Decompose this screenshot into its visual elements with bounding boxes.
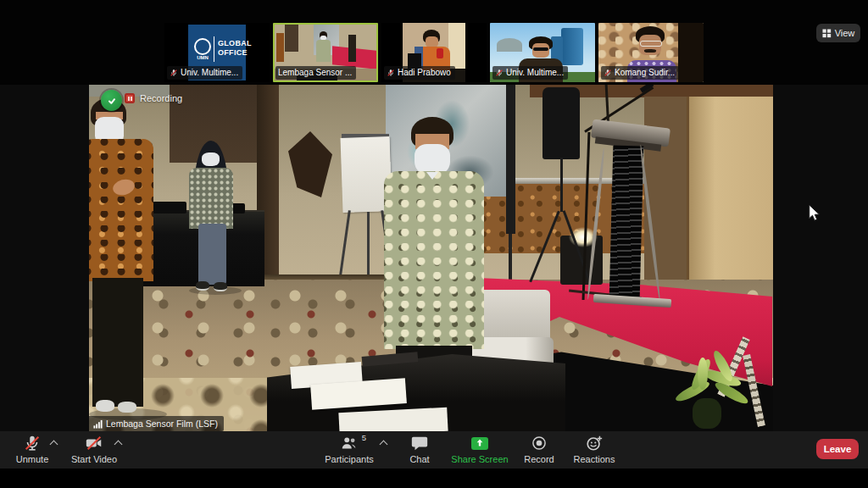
record-icon [531, 434, 548, 452]
participant-tile-lembaga-sensor[interactable]: Lembaga Sensor ... [273, 23, 378, 82]
left-man-shoe-right [118, 402, 136, 413]
encryption-shield-icon[interactable] [101, 90, 122, 111]
umn-logo-divider [214, 36, 214, 62]
muted-mic-icon [170, 69, 178, 77]
woman-shoe-left [196, 281, 209, 291]
participants-label: Participants [325, 454, 373, 464]
chat-icon [410, 434, 429, 452]
participant-name: Univ. Multime... [181, 67, 238, 79]
participant-tile-komang[interactable]: Komang Sudir... [598, 23, 704, 82]
bottom-letterbox [0, 469, 868, 488]
participant-name-tag: Univ. Multime... [492, 66, 568, 80]
thumb-umn2-dome [497, 38, 522, 52]
plant [669, 354, 750, 432]
chat-button[interactable]: Chat [398, 434, 441, 464]
umn-logo-line1: GLOBAL [218, 39, 252, 47]
screen-pole [509, 234, 512, 281]
muted-mic-icon [495, 69, 504, 77]
side-table-bag [153, 202, 186, 214]
record-button[interactable]: Record [515, 434, 563, 464]
screen-frame [506, 85, 515, 234]
recording-icon [125, 93, 135, 103]
unmute-label: Unmute [16, 454, 49, 464]
participant-name-tag: Univ. Multime... [167, 66, 242, 80]
umn-logo-line2: OFFICE [218, 48, 248, 57]
share-screen-button[interactable]: Share Screen [451, 434, 509, 464]
participants-count: 5 [362, 433, 366, 443]
participant-tile-umn-office[interactable]: UMN GLOBAL OFFICE Univ. Multime... [164, 23, 270, 82]
start-video-label: Start Video [71, 454, 117, 464]
umn-org-text: UMN [194, 55, 211, 60]
participant-tile-hadi-prabowo[interactable]: Hadi Prabowo [381, 23, 487, 82]
left-man-batik-shirt [89, 139, 153, 281]
thumb-umn2-glasses [533, 47, 548, 51]
right-wall-wood [644, 97, 690, 285]
thumb-komang-mustache [644, 49, 656, 53]
chat-label: Chat [409, 454, 429, 464]
participant-name-tag: Hadi Prabowo [384, 66, 455, 80]
muted-mic-icon [604, 69, 612, 77]
participant-name-tag: Komang Sudir... [601, 66, 679, 80]
participants-button[interactable]: 5 Participants [320, 434, 378, 464]
woman-mask [202, 152, 220, 166]
main-video[interactable]: Recording Lembaga Sensor Film (LSF) [89, 85, 773, 432]
muted-mic-icon [23, 434, 42, 452]
woman-jeans [198, 224, 226, 285]
participant-name-tag: Lembaga Sensor ... [275, 66, 356, 80]
view-button-label: View [835, 28, 855, 38]
thumb-umn2-building [561, 28, 583, 65]
grid-view-icon [822, 29, 832, 38]
reactions-label: Reactions [574, 454, 615, 464]
share-screen-label: Share Screen [451, 454, 508, 464]
left-man-pants [92, 278, 143, 407]
start-video-button[interactable]: Start Video [66, 434, 122, 464]
recording-indicator[interactable]: Recording [125, 93, 182, 103]
participant-name: Hadi Prabowo [398, 67, 451, 79]
center-man-batik-shirt [384, 171, 484, 349]
audio-level-icon [93, 419, 103, 429]
reactions-button[interactable]: Reactions [566, 434, 622, 464]
woman-shoe-right [214, 282, 227, 291]
thumb-scene-panel [285, 25, 298, 52]
active-speaker-name: Lembaga Sensor Film (LSF) [106, 419, 218, 429]
thumb-komang-glasses [640, 41, 662, 47]
thumb-scene-person-body [316, 40, 331, 62]
participants-icon: 5 [339, 434, 359, 452]
participant-name: Komang Sudir... [615, 67, 675, 79]
participant-tile-umn-campus[interactable]: Univ. Multime... [490, 23, 595, 82]
speaker-stand-pole [560, 158, 563, 212]
recording-label: Recording [140, 93, 182, 103]
right-wall-pillar [687, 97, 773, 300]
view-button[interactable]: View [816, 24, 860, 42]
video-off-icon [84, 434, 104, 452]
check-icon [107, 96, 117, 106]
thumb-hadi-red-object [437, 48, 443, 58]
share-screen-icon [471, 434, 488, 452]
thumb-scene-person-left [276, 33, 284, 62]
active-speaker-tag: Lembaga Sensor Film (LSF) [89, 416, 224, 431]
participant-name: Univ. Multime... [506, 67, 564, 79]
thumb-komang-darkside [678, 23, 704, 82]
thumb-scene-podium [348, 35, 356, 62]
filmstrip-bar: UMN GLOBAL OFFICE Univ. Multime... Lemba… [0, 0, 868, 85]
muted-mic-icon [387, 69, 395, 77]
woman-cardigan [189, 168, 233, 229]
umn-globe-icon [194, 38, 211, 55]
speaker-box [542, 87, 580, 159]
reactions-icon [585, 434, 604, 452]
leave-button[interactable]: Leave [816, 439, 859, 459]
unmute-button[interactable]: Unmute [8, 434, 56, 464]
participant-name: Lembaga Sensor ... [278, 67, 352, 79]
podium-column [609, 146, 644, 301]
left-man-shoe-left [96, 400, 114, 412]
mouse-cursor [808, 205, 821, 222]
record-label: Record [524, 454, 554, 464]
